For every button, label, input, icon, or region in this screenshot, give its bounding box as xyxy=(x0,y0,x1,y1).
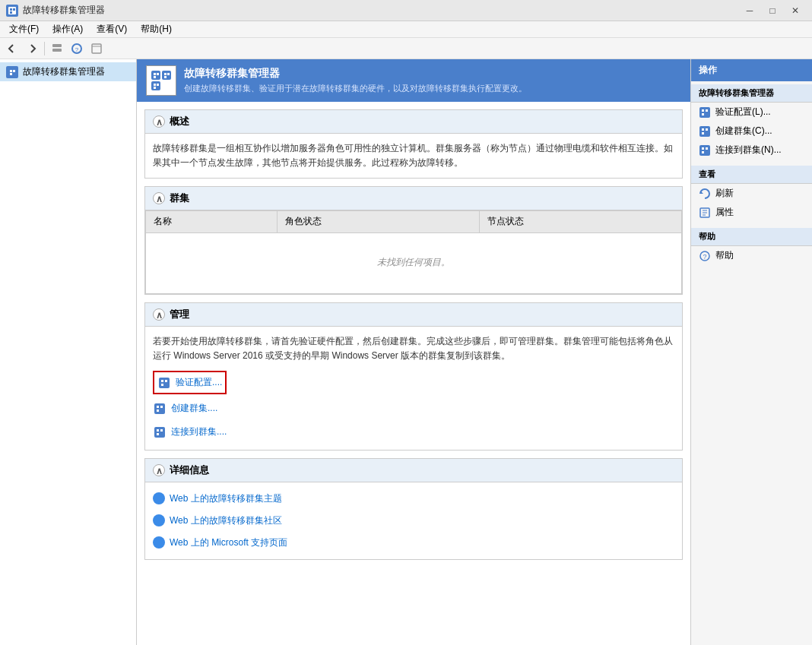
forward-button[interactable] xyxy=(23,40,41,57)
svg-rect-41 xyxy=(702,113,704,115)
refresh-label: 刷新 xyxy=(715,187,734,200)
weblink3-row: Web 上的 Microsoft 支持页面 xyxy=(153,534,674,552)
failover-icon xyxy=(6,66,18,78)
weblink3[interactable]: Web 上的 Microsoft 支持页面 xyxy=(153,534,674,552)
col-node-status: 节点状态 xyxy=(480,211,682,232)
details-body: Web 上的故障转移群集主题 Web 上的故障转移群集社区 Web 上的 Mic… xyxy=(145,482,682,560)
create-link[interactable]: 创建群集.... xyxy=(153,399,674,418)
connect-label: 连接到群集.... xyxy=(171,425,227,439)
toolbar: ? xyxy=(0,38,812,59)
col-name: 名称 xyxy=(146,211,278,232)
weblink3-text: Web 上的 Microsoft 支持页面 xyxy=(170,536,287,550)
title-bar: 故障转移群集管理器 ─ □ ✕ xyxy=(0,0,812,21)
right-section-view: 查看 刷新 属性 xyxy=(691,163,812,225)
svg-rect-44 xyxy=(706,128,708,131)
help-label: 帮助 xyxy=(715,249,734,262)
menu-view[interactable]: 查看(V) xyxy=(90,21,133,37)
svg-rect-35 xyxy=(157,429,159,432)
manage-title: 管理 xyxy=(170,308,189,321)
cluster-title: 群集 xyxy=(170,191,189,205)
connect-row: 连接到群集.... xyxy=(153,422,674,441)
table-empty-row: 未找到任何项目。 xyxy=(146,232,682,293)
right-validate-label: 验证配置(L)... xyxy=(715,106,771,119)
globe-icon-1 xyxy=(153,492,165,504)
help-icon: ? xyxy=(699,250,711,262)
view-list-button[interactable] xyxy=(48,40,66,57)
toolbar-separator xyxy=(44,42,45,55)
svg-rect-16 xyxy=(157,73,159,75)
right-action-refresh[interactable]: 刷新 xyxy=(691,184,812,203)
svg-rect-11 xyxy=(10,70,12,72)
details-section: ∧ 详细信息 Web 上的故障转移群集主题 Web 上的故障转移群集社区 xyxy=(144,458,683,561)
menu-help[interactable]: 帮助(H) xyxy=(135,21,178,37)
back-button[interactable] xyxy=(3,40,21,57)
right-action-connect[interactable]: 连接到群集(N)... xyxy=(691,141,812,160)
properties-label: 属性 xyxy=(715,206,734,219)
weblink2-row: Web 上的故障转移群集社区 xyxy=(153,512,674,530)
help-toolbar-button[interactable]: ? xyxy=(68,40,86,57)
manage-section: ∧ 管理 若要开始使用故障转移群集，请首先验证硬件配置，然后创建群集。完成这些步… xyxy=(144,302,683,451)
overview-title: 概述 xyxy=(170,115,189,128)
manage-header: ∧ 管理 xyxy=(145,303,682,327)
svg-rect-43 xyxy=(702,128,704,131)
right-action-help[interactable]: ? 帮助 xyxy=(691,246,812,265)
center-header: 故障转移群集管理器 创建故障转移群集、验证用于潜在故障转移群集的硬件，以及对故障… xyxy=(137,59,690,102)
svg-rect-1 xyxy=(10,8,12,11)
details-title: 详细信息 xyxy=(170,463,209,477)
details-chevron-icon[interactable]: ∧ xyxy=(153,464,165,476)
svg-rect-40 xyxy=(706,109,708,112)
center-panel: 故障转移群集管理器 创建故障转移群集、验证用于潜在故障转移群集的硬件，以及对故障… xyxy=(137,59,690,645)
weblink2[interactable]: Web 上的故障转移群集社区 xyxy=(153,512,674,530)
weblink1-row: Web 上的故障转移群集主题 xyxy=(153,490,674,507)
svg-rect-19 xyxy=(164,73,167,75)
svg-rect-30 xyxy=(154,403,165,414)
validate-link[interactable]: 验证配置.... xyxy=(157,373,222,392)
svg-rect-26 xyxy=(159,378,170,388)
weblink1[interactable]: Web 上的故障转移群集主题 xyxy=(153,490,674,507)
menu-bar: 文件(F) 操作(A) 查看(V) 帮助(H) xyxy=(0,21,812,38)
globe-icon-3 xyxy=(153,536,165,549)
svg-rect-23 xyxy=(154,84,156,86)
connect-link[interactable]: 连接到群集.... xyxy=(153,422,674,441)
close-button[interactable]: ✕ xyxy=(785,3,806,18)
globe-icon-2 xyxy=(153,514,165,526)
weblink2-text: Web 上的故障转移群集社区 xyxy=(170,514,282,528)
svg-rect-33 xyxy=(157,409,159,412)
svg-text:?: ? xyxy=(75,46,79,53)
right-create-icon xyxy=(699,125,711,138)
center-header-icon xyxy=(146,65,176,96)
menu-action[interactable]: 操作(A) xyxy=(46,21,89,37)
svg-rect-27 xyxy=(161,380,163,382)
svg-rect-17 xyxy=(154,76,156,78)
right-validate-icon xyxy=(699,106,711,119)
right-action-validate[interactable]: 验证配置(L)... xyxy=(691,103,812,122)
svg-rect-32 xyxy=(160,406,163,408)
manage-chevron-icon[interactable]: ∧ xyxy=(153,308,165,321)
center-header-text: 故障转移群集管理器 创建故障转移群集、验证用于潜在故障转移群集的硬件，以及对故障… xyxy=(184,67,527,94)
right-help-title: 帮助 xyxy=(691,228,812,246)
svg-rect-37 xyxy=(157,433,159,435)
sidebar-item-failover-manager[interactable]: 故障转移群集管理器 xyxy=(0,62,136,81)
properties-icon xyxy=(699,207,711,219)
menu-file[interactable]: 文件(F) xyxy=(3,21,45,37)
console-button[interactable] xyxy=(87,40,106,57)
right-action-create[interactable]: 创建群集(C)... xyxy=(691,122,812,141)
left-panel: 故障转移群集管理器 xyxy=(0,59,137,645)
weblink1-text: Web 上的故障转移群集主题 xyxy=(170,492,282,506)
overview-body: 故障转移群集是一组相互协作以增加服务器角色可用性的独立计算机。群集服务器（称为节… xyxy=(145,134,682,178)
overview-chevron-icon[interactable]: ∧ xyxy=(153,115,165,128)
svg-rect-29 xyxy=(161,384,163,386)
right-action-properties[interactable]: 属性 xyxy=(691,203,812,222)
overview-text: 故障转移群集是一组相互协作以增加服务器角色可用性的独立计算机。群集服务器（称为节… xyxy=(153,143,673,168)
minimize-button[interactable]: ─ xyxy=(739,3,760,18)
svg-rect-38 xyxy=(699,107,710,118)
cluster-chevron-icon[interactable]: ∧ xyxy=(153,192,165,204)
maximize-button[interactable]: □ xyxy=(762,3,783,18)
overview-section: ∧ 概述 故障转移群集是一组相互协作以增加服务器角色可用性的独立计算机。群集服务… xyxy=(144,109,683,179)
right-section-help: 帮助 ? 帮助 xyxy=(691,225,812,268)
center-title: 故障转移群集管理器 xyxy=(184,67,527,81)
details-header: ∧ 详细信息 xyxy=(145,459,682,482)
svg-rect-24 xyxy=(157,84,159,86)
col-role-status: 角色状态 xyxy=(278,211,480,232)
window-title: 故障转移群集管理器 xyxy=(23,4,105,17)
